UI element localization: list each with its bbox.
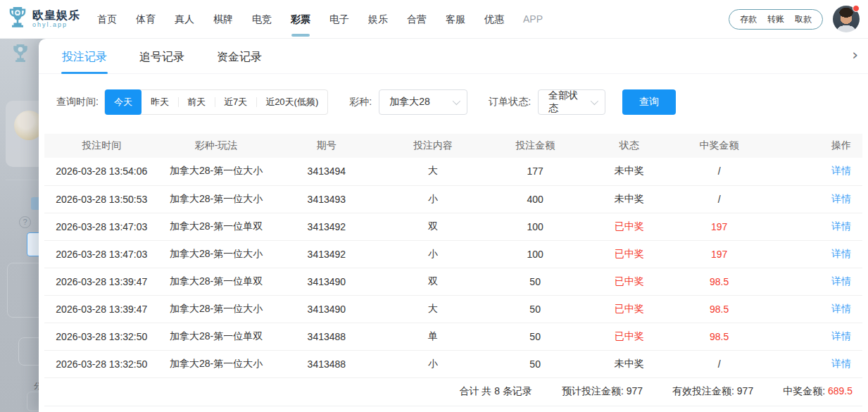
cell-game-play: 加拿大28-第一位单双: [159, 323, 274, 350]
cell-game-play: 加拿大28-第一位大小: [159, 158, 274, 185]
detail-link[interactable]: 详情: [831, 358, 851, 369]
cell-prize: 98.5: [674, 323, 765, 350]
tab[interactable]: 追号记录: [139, 39, 184, 74]
tab[interactable]: 投注记录: [62, 39, 107, 74]
cell-status: 已中奖: [584, 295, 674, 323]
cell-action: 详情: [765, 323, 863, 350]
nav-item[interactable]: 合营: [407, 0, 427, 39]
time-range-option[interactable]: 近20天(低频): [256, 90, 327, 114]
cell-bet-amount: 400: [486, 185, 584, 213]
search-button[interactable]: 查询: [622, 89, 676, 115]
detail-link[interactable]: 详情: [831, 220, 851, 232]
time-range-option[interactable]: 近7天: [215, 90, 256, 114]
detail-link[interactable]: 详情: [831, 303, 851, 314]
navbar-right: 存款转账取款: [729, 6, 860, 32]
chevron-down-icon: [453, 97, 460, 105]
detail-link[interactable]: 详情: [831, 248, 851, 259]
avatar[interactable]: [833, 6, 860, 32]
cell-game-play: 加拿大28-第一位大小: [159, 185, 274, 213]
top-navbar: 欧皇娱乐 ohyl.app 首页体育真人棋牌电竞彩票电子娱乐合营客服优惠APP …: [0, 0, 868, 39]
brand-logo[interactable]: 欧皇娱乐 ohyl.app: [7, 6, 80, 32]
cell-prize: 197: [674, 240, 765, 268]
time-filter-label: 查询时间:: [56, 96, 99, 108]
cell-bet-content: 双: [379, 213, 486, 240]
cell-bet-amount: 50: [486, 295, 584, 323]
cell-bet-time: 2026-03-28 13:47:03: [44, 240, 159, 268]
detail-link[interactable]: 详情: [831, 165, 851, 176]
cell-prize: 197: [674, 213, 765, 240]
cell-status: 已中奖: [584, 213, 674, 240]
summary-label: 预计投注金额:: [562, 385, 627, 397]
summary-value: 689.5: [828, 385, 853, 397]
nav-item[interactable]: 优惠: [484, 0, 504, 39]
column-header: 状态: [584, 134, 674, 158]
wallet-action-button[interactable]: 存款: [740, 13, 757, 25]
cell-issue-number: 3413494: [273, 158, 379, 185]
detail-link[interactable]: 详情: [831, 275, 851, 287]
cell-bet-amount: 100: [486, 240, 584, 268]
lottery-select[interactable]: 加拿大28: [379, 89, 467, 115]
summary-footer: 合计 共 8 条记录预计投注金额: 977有效投注金额: 977中奖金额: 68…: [44, 378, 862, 406]
main-nav: 首页体育真人棋牌电竞彩票电子娱乐合营客服优惠APP: [97, 0, 543, 39]
table-row: 2026-03-28 13:50:53加拿大28-第一位大小3413493小40…: [44, 185, 862, 213]
cell-bet-content: 小: [379, 240, 486, 268]
column-header: 投注时间: [44, 134, 159, 158]
cell-prize: /: [674, 158, 765, 185]
cell-bet-amount: 100: [486, 213, 584, 240]
record-tabs: 投注记录追号记录资金记录: [39, 39, 868, 74]
cell-issue-number: 3413488: [273, 350, 379, 377]
status-filter-label: 订单状态:: [489, 96, 531, 108]
cell-status: 未中奖: [584, 350, 674, 377]
cell-prize: 98.5: [674, 268, 765, 295]
tab[interactable]: 资金记录: [217, 39, 262, 74]
nav-item[interactable]: 电竞: [252, 0, 272, 39]
table-row: 2026-03-28 13:47:03加拿大28-第一位单双3413492双10…: [44, 213, 862, 240]
detail-link[interactable]: 详情: [831, 193, 851, 204]
cell-prize: /: [674, 350, 765, 377]
nav-item[interactable]: 体育: [136, 0, 156, 39]
cell-bet-time: 2026-03-28 13:54:06: [44, 158, 159, 185]
nav-item[interactable]: 棋牌: [213, 0, 233, 39]
time-range-option[interactable]: 前天: [178, 90, 215, 114]
cell-issue-number: 3413490: [273, 295, 379, 323]
column-header: 投注金额: [486, 134, 584, 158]
nav-item[interactable]: 真人: [175, 0, 194, 39]
nav-item[interactable]: 首页: [97, 0, 117, 39]
detail-link[interactable]: 详情: [831, 330, 851, 342]
nav-item[interactable]: 彩票: [291, 0, 310, 39]
notification-dot: [853, 5, 860, 12]
wallet-action-button[interactable]: 取款: [795, 13, 812, 25]
cell-bet-amount: 177: [486, 158, 584, 185]
summary-label: 有效投注金额:: [672, 385, 737, 397]
column-header: 中奖金额: [674, 134, 765, 158]
cell-game-play: 加拿大28-第一位大小: [159, 240, 274, 268]
backdrop-trophy-icon: [11, 43, 30, 67]
cell-bet-content: 小: [379, 350, 486, 377]
cell-bet-amount: 50: [486, 268, 584, 295]
collapse-panel-icon[interactable]: ›: [852, 44, 858, 65]
order-status-select[interactable]: 全部状态: [538, 89, 605, 115]
summary-label: 中奖金额:: [783, 385, 828, 397]
time-range-option[interactable]: 昨天: [141, 90, 178, 114]
cell-issue-number: 3413492: [273, 240, 379, 268]
cell-game-play: 加拿大28-第一位单双: [159, 268, 274, 295]
nav-item[interactable]: 客服: [446, 0, 465, 39]
nav-item[interactable]: 娱乐: [368, 0, 388, 39]
cell-bet-time: 2026-03-28 13:39:47: [44, 295, 159, 323]
column-header: 投注内容: [379, 134, 486, 158]
cell-game-play: 加拿大28-第一位大小: [159, 350, 274, 377]
cell-status: 已中奖: [584, 268, 674, 295]
cell-bet-content: 大: [379, 295, 486, 323]
cell-status: 未中奖: [584, 158, 674, 185]
wallet-action-button[interactable]: 转账: [767, 13, 784, 25]
cell-issue-number: 3413492: [273, 213, 379, 240]
nav-item[interactable]: 电子: [329, 0, 349, 39]
cell-bet-time: 2026-03-28 13:32:50: [44, 350, 159, 377]
nav-item[interactable]: APP: [523, 0, 543, 39]
cell-bet-content: 小: [379, 185, 486, 213]
dimmed-page-backdrop: ? 分: [0, 39, 42, 412]
cell-game-play: 加拿大28-第一位单双: [159, 213, 274, 240]
backdrop-divider: [6, 180, 42, 180]
order-status-value: 全部状态: [548, 89, 585, 115]
time-range-option[interactable]: 今天: [105, 89, 141, 115]
